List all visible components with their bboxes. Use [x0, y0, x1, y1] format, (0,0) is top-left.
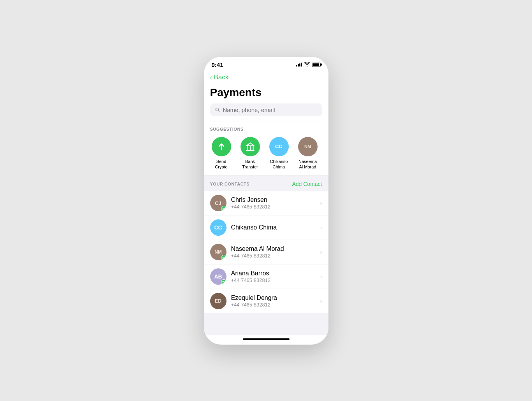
contact-phone: +44 7465 832812: [231, 253, 316, 259]
contact-name: Chikanso Chima: [231, 224, 316, 231]
chikanso-label: ChikansoChima: [270, 159, 288, 170]
ariana-contact-avatar: AB W: [210, 268, 226, 285]
nav-bar: ‹ Back: [204, 70, 328, 83]
contact-row[interactable]: CJ W Chris Jensen +44 7465 832812 ›: [204, 191, 328, 215]
search-bar: [204, 103, 328, 121]
contacts-header: YOUR CONTACTS Add Contact: [204, 181, 328, 191]
chevron-right-icon: ›: [320, 224, 322, 231]
contact-phone: +44 7465 832812: [231, 277, 316, 283]
search-input[interactable]: [223, 107, 317, 113]
contact-info: Chris Jensen +44 7465 832812: [231, 196, 316, 210]
signal-icon: [296, 63, 302, 67]
contacts-section: YOUR CONTACTS Add Contact CJ W Chris Jen…: [204, 175, 328, 335]
main-content: ‹ Back Payments SUGGESTIONS: [204, 70, 328, 335]
contact-info: Chikanso Chima: [231, 224, 316, 231]
contact-phone: +44 7465 832812: [231, 302, 316, 308]
contacts-list: CJ W Chris Jensen +44 7465 832812 › CC: [204, 191, 328, 313]
contact-row[interactable]: AB W Ariana Barros +44 7465 832812 ›: [204, 264, 328, 289]
contact-row[interactable]: CC Chikanso Chima ›: [204, 215, 328, 240]
chevron-right-icon: ›: [320, 200, 322, 206]
contact-name: Ezequiel Dengra: [231, 294, 316, 301]
bank-transfer-label: BankTransfer: [242, 159, 258, 170]
naseema-label: NaseemaAl Morad: [298, 159, 317, 170]
search-input-wrapper: [210, 103, 322, 116]
contact-info: Ezequiel Dengra +44 7465 832812: [231, 294, 316, 308]
contact-info: Ariana Barros +44 7465 832812: [231, 270, 316, 283]
chris-avatar: CJ W: [210, 195, 226, 211]
svg-line-1: [218, 110, 219, 112]
back-chevron-icon: ‹: [210, 74, 212, 82]
status-icons: [296, 62, 321, 67]
chikanso-avatar: CC: [269, 137, 289, 156]
suggestions-section: SUGGESTIONS SendCrypto: [204, 121, 328, 175]
suggestion-send-crypto[interactable]: SendCrypto: [210, 137, 233, 170]
page-title: Payments: [204, 83, 328, 103]
suggestions-label: SUGGESTIONS: [210, 127, 322, 131]
chevron-right-icon: ›: [320, 298, 322, 304]
naseema-avatar: NM: [298, 137, 318, 156]
bank-transfer-icon: [241, 137, 260, 156]
contact-row[interactable]: ED Ezequiel Dengra +44 7465 832812 ›: [204, 289, 328, 313]
contact-name: Naseema Al Morad: [231, 245, 316, 252]
contact-name: Chris Jensen: [231, 196, 316, 203]
back-button[interactable]: ‹ Back: [210, 74, 229, 82]
battery-icon: [312, 63, 321, 67]
contact-info: Naseema Al Morad +44 7465 832812: [231, 245, 316, 259]
contact-row[interactable]: NM W Naseema Al Morad +44 7465 832812 ›: [204, 240, 328, 264]
search-icon: [215, 107, 220, 112]
phone-frame: 9:41 ‹ Back: [204, 57, 328, 345]
add-contact-button[interactable]: Add Contact: [292, 181, 322, 187]
chikanso-contact-avatar: CC: [210, 219, 226, 236]
wallet-badge: W: [221, 279, 226, 285]
send-crypto-label: SendCrypto: [215, 159, 227, 170]
send-crypto-icon: [212, 137, 231, 156]
chevron-right-icon: ›: [320, 273, 322, 280]
contact-name: Ariana Barros: [231, 270, 316, 277]
naseema-contact-avatar: NM W: [210, 244, 226, 260]
suggestion-naseema[interactable]: NM NaseemaAl Morad: [297, 137, 319, 170]
chevron-right-icon: ›: [320, 249, 322, 255]
suggestion-bank-transfer[interactable]: BankTransfer: [239, 137, 262, 170]
contacts-label: YOUR CONTACTS: [210, 182, 250, 186]
home-indicator: [204, 335, 328, 345]
suggestion-chikanso[interactable]: CC ChikansoChima: [268, 137, 290, 170]
suggestions-row: SendCrypto BankTransfer CC ChikansoChima: [210, 137, 322, 170]
status-time: 9:41: [212, 61, 223, 68]
wallet-badge: W: [221, 206, 226, 211]
wallet-badge: W: [221, 255, 226, 260]
ezequiel-contact-avatar: ED: [210, 293, 226, 309]
home-bar: [243, 338, 290, 340]
back-label: Back: [214, 74, 229, 81]
status-bar: 9:41: [204, 57, 328, 70]
wifi-icon: [304, 62, 310, 67]
contact-phone: +44 7465 832812: [231, 204, 316, 210]
